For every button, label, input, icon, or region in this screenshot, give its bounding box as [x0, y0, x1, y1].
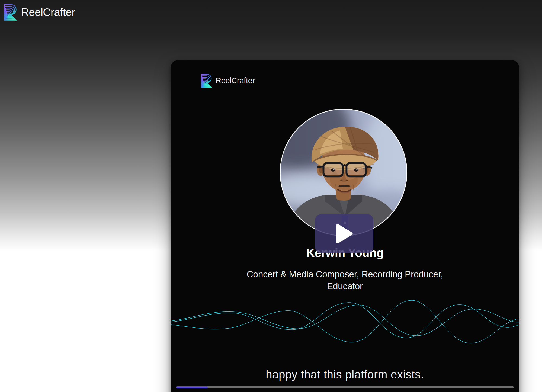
card-brand-label: ReelCrafter [216, 76, 255, 85]
play-button[interactable] [315, 214, 373, 253]
progress-fill [176, 386, 208, 388]
header-brand[interactable]: ReelCrafter [2, 3, 75, 21]
page-background: ReelCrafter ReelCrafter [0, 0, 542, 392]
testimonial-video-card: ReelCrafter [171, 60, 519, 392]
person-title-line2: Educator [171, 280, 519, 292]
person-title: Concert & Media Composer, Recording Prod… [171, 268, 519, 292]
progress-bar[interactable] [176, 386, 514, 388]
header-brand-label: ReelCrafter [21, 6, 75, 18]
play-icon [335, 223, 353, 245]
waveform-graphic [171, 288, 519, 358]
person-title-line1: Concert & Media Composer, Recording Prod… [171, 268, 519, 280]
reelcrafter-logo-icon [2, 3, 17, 21]
caption-text: happy that this platform exists. [171, 368, 519, 381]
card-brand: ReelCrafter [200, 73, 255, 88]
reelcrafter-logo-icon [200, 73, 212, 88]
